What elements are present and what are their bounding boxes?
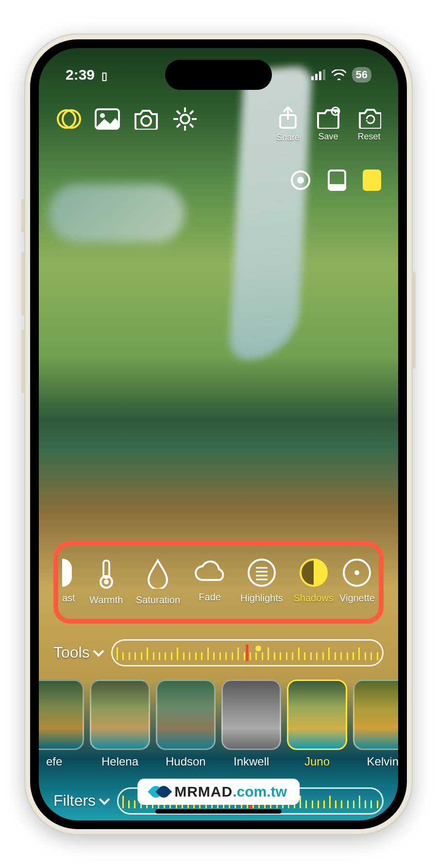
filter-hefe[interactable]: efe (39, 680, 84, 777)
tools-dropdown[interactable]: Tools (53, 644, 102, 662)
phone-volume-down (21, 330, 25, 393)
filter-thumbnails[interactable]: efe Helena Hudson Inkwell Juno (39, 680, 398, 777)
filter-label: Hudson (166, 755, 206, 768)
filter-hudson[interactable]: Hudson (156, 680, 216, 777)
warmth-label: Warmth (89, 595, 123, 606)
cellular-icon (311, 69, 326, 80)
phone-side-button (21, 199, 25, 233)
phone-power-button (412, 272, 416, 369)
thermometer-icon (97, 559, 116, 589)
adjust-highlights[interactable]: Highlights (236, 559, 288, 606)
app-logo-icon[interactable] (56, 106, 81, 132)
adjust-shadows[interactable]: Shadows (287, 559, 339, 606)
chevron-down-icon (93, 646, 104, 657)
filter-thumb (39, 680, 84, 750)
status-right: 56 (311, 67, 371, 83)
camera-icon[interactable] (134, 108, 159, 130)
saturation-label: Saturation (136, 595, 180, 606)
status-time: 2:39 ▯ (66, 67, 107, 83)
filter-thumb (156, 680, 216, 750)
reset-label: Reset (357, 132, 380, 142)
shadows-label: Shadows (293, 593, 333, 604)
phone-volume-up (21, 252, 25, 315)
svg-rect-26 (364, 170, 380, 190)
top-toolbar-left (56, 106, 198, 132)
filter-label: Juno (304, 755, 330, 768)
shadows-icon (300, 559, 328, 587)
highlights-icon (248, 559, 276, 587)
home-indicator[interactable] (155, 809, 282, 814)
adjust-saturation[interactable]: Saturation (132, 559, 184, 606)
svg-point-9 (181, 115, 189, 123)
svg-point-8 (141, 116, 151, 126)
gear-icon[interactable] (172, 106, 198, 132)
svg-rect-3 (323, 69, 325, 80)
svg-rect-2 (319, 71, 321, 80)
top-toolbar: Share Save Reset (56, 106, 381, 143)
vignette-icon (343, 559, 371, 587)
svg-rect-0 (311, 76, 314, 80)
svg-rect-1 (315, 74, 318, 80)
svg-line-17 (177, 124, 180, 127)
adjust-warmth[interactable]: Warmth (80, 559, 132, 606)
svg-point-23 (297, 177, 304, 184)
filter-juno[interactable]: Juno (287, 680, 347, 777)
filter-label: efe (46, 755, 62, 768)
adjustment-slider[interactable] (111, 639, 384, 666)
svg-rect-25 (329, 184, 345, 190)
slider-center-mark (246, 645, 249, 661)
wifi-icon (332, 69, 346, 80)
photo-river-decor-2 (49, 184, 185, 242)
battery-indicator: 56 (352, 67, 371, 83)
svg-point-29 (104, 579, 109, 584)
chevron-down-icon (99, 794, 110, 805)
share-label: Share (276, 133, 300, 143)
filter-label: Kelvin (367, 755, 398, 768)
tools-row: Tools (53, 636, 384, 670)
svg-line-16 (190, 111, 193, 114)
adjust-fade[interactable]: Fade (184, 559, 236, 606)
top-toolbar-right: Share Save Reset (276, 106, 381, 143)
cloud-icon (193, 559, 227, 586)
save-button[interactable]: Save (316, 106, 340, 143)
phone-bezel: 2:39 ▯ 56 (30, 39, 407, 829)
preview-eye-icon[interactable] (290, 170, 311, 191)
svg-line-15 (190, 124, 193, 127)
filter-helena[interactable]: Helena (90, 680, 150, 777)
watermark-brand: MRMAD (174, 783, 233, 800)
filters-dropdown[interactable]: Filters (53, 792, 108, 810)
vignette-label: Vignette (339, 593, 375, 604)
adjust-vignette[interactable]: Vignette (339, 559, 375, 606)
adjust-contrast[interactable]: ast (62, 559, 80, 606)
watermark-suffix: .com.tw (233, 783, 287, 800)
droplet-icon (146, 559, 170, 589)
svg-line-14 (177, 111, 180, 114)
adjustments-row-highlight: ast Warmth Saturation (53, 541, 384, 624)
filter-thumb (287, 680, 347, 750)
watermark-logo-icon (150, 785, 169, 799)
contrast-label: ast (62, 593, 75, 604)
filter-label: Helena (101, 755, 138, 768)
tools-label-text: Tools (53, 644, 90, 662)
screen: 2:39 ▯ 56 (39, 48, 398, 820)
save-label: Save (318, 132, 338, 142)
phone-frame: 2:39 ▯ 56 (24, 34, 413, 835)
svg-point-7 (100, 113, 105, 118)
clock-text: 2:39 (66, 67, 95, 83)
contrast-icon (62, 559, 72, 587)
adjustments-row[interactable]: ast Warmth Saturation (58, 559, 379, 606)
filter-kelvin[interactable]: Kelvin (353, 680, 398, 777)
split-view-icon[interactable] (328, 170, 346, 191)
share-button[interactable]: Share (276, 106, 300, 143)
battery-text: 56 (356, 68, 368, 81)
status-bar: 2:39 ▯ 56 (39, 63, 398, 87)
highlights-label: Highlights (240, 593, 283, 604)
svg-point-34 (354, 570, 359, 575)
reset-button[interactable]: Reset (357, 106, 381, 143)
filters-label-text: Filters (53, 792, 96, 810)
filter-inkwell[interactable]: Inkwell (221, 680, 281, 777)
full-view-icon[interactable] (363, 170, 381, 191)
gallery-icon[interactable] (95, 108, 120, 130)
view-mode-row (290, 170, 381, 191)
watermark-badge: MRMAD.com.tw (137, 779, 300, 805)
